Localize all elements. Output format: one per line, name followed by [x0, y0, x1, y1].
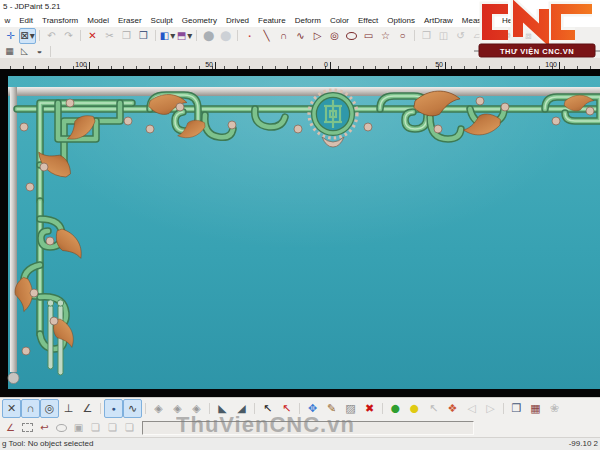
- menu-item-feature[interactable]: Feature: [254, 16, 291, 25]
- node-snap-icon[interactable]: ∿: [123, 399, 142, 418]
- star-tool-icon[interactable]: ☆: [377, 28, 394, 44]
- redo-icon[interactable]: ↷: [60, 28, 77, 44]
- sheet-manager-icon[interactable]: ▦: [2, 44, 17, 58]
- shield-a-icon[interactable]: ⬤: [200, 28, 217, 44]
- toolbar-separator: [503, 403, 504, 414]
- model-view-icon[interactable]: ⬒▾: [176, 28, 193, 44]
- thuviencnc-logo: THƯ VIỆN CNC.VN: [474, 0, 600, 59]
- cursor-disabled-icon[interactable]: ↖: [424, 399, 443, 418]
- menu-item-edit[interactable]: Edit: [15, 16, 38, 25]
- array-copy-icon[interactable]: ❐: [418, 28, 435, 44]
- line-tool-icon[interactable]: ╲: [258, 28, 275, 44]
- viewport-bottom-edge: [0, 389, 600, 397]
- toolbar-separator: [39, 30, 40, 41]
- arc-snap-icon[interactable]: ∩: [21, 399, 40, 418]
- select-tool-icon[interactable]: ⊠▾: [19, 28, 36, 44]
- status-bar: g Tool: No object selected -99.10 2: [0, 437, 600, 450]
- edit-points-icon[interactable]: ✎: [322, 399, 341, 418]
- toolbar-separator: [80, 30, 81, 41]
- ruler-label: 50: [205, 61, 213, 68]
- circle-center-tool-icon[interactable]: ◎: [326, 28, 343, 44]
- delete-all-icon[interactable]: ✖: [360, 399, 379, 418]
- move-tool-icon[interactable]: ✛: [2, 28, 19, 44]
- shield-b-icon[interactable]: ⬤: [217, 28, 234, 44]
- fillet-tool-icon[interactable]: ↩: [36, 419, 53, 436]
- palette-grid-icon[interactable]: ❖: [443, 399, 462, 418]
- point-tool-icon[interactable]: ▪: [241, 28, 258, 44]
- grid-snap-3-icon[interactable]: ◈: [187, 399, 206, 418]
- snap-toolbar: ✕∩◎⊥∠●∿◈◈◈◣◢↖↖✥✎▨✖⬤⬤↖❖◁▷❒▦❀: [0, 397, 600, 420]
- panel-left-rail: [10, 87, 17, 372]
- ruler-label: 0: [324, 61, 328, 68]
- pair-copy-2-icon[interactable]: ❏: [104, 419, 121, 436]
- pick-add-cursor-icon[interactable]: ↖: [258, 399, 277, 418]
- intersection-snap-icon[interactable]: ✕: [2, 399, 21, 418]
- workplane-yz-icon[interactable]: ◢: [232, 399, 251, 418]
- arc-tool-icon[interactable]: ∩: [275, 28, 292, 44]
- copy-icon[interactable]: ❐: [118, 28, 135, 44]
- logo-banner-text: THƯ VIỆN CNC.VN: [500, 47, 574, 56]
- chamfer-tool-icon[interactable]: ∠: [2, 419, 19, 436]
- nudge-left-icon[interactable]: ◁: [462, 399, 481, 418]
- menu-item-options[interactable]: Options: [383, 16, 420, 25]
- light-yellow-icon[interactable]: ⬤: [405, 399, 424, 418]
- light-green-icon[interactable]: ⬤: [386, 399, 405, 418]
- transform-copy-icon[interactable]: ✥: [303, 399, 322, 418]
- menu-item-drived[interactable]: Drived: [221, 16, 253, 25]
- clipboard-icon[interactable]: ❒: [507, 399, 526, 418]
- grid-snap-1-icon[interactable]: ◈: [149, 399, 168, 418]
- menu-item-artdraw[interactable]: ArtDraw: [419, 16, 457, 25]
- edit-toolbar: ∠↩▣❏❏❏: [0, 418, 600, 437]
- paste-icon[interactable]: ❒: [135, 28, 152, 44]
- toolbar-separator: [209, 403, 210, 414]
- surface-mode-icon[interactable]: ◧▾: [159, 28, 176, 44]
- left-rail-knob: [8, 373, 19, 384]
- menu-item-geometry[interactable]: Geometry: [177, 16, 221, 25]
- nudge-right-icon[interactable]: ▷: [481, 399, 500, 418]
- menu-item-w[interactable]: w: [0, 16, 15, 25]
- pair-copy-1-icon[interactable]: ❏: [87, 419, 104, 436]
- curve-tool-icon[interactable]: ∿: [292, 28, 309, 44]
- menu-item-effect[interactable]: Effect: [354, 16, 383, 25]
- circle-tool-icon[interactable]: ○: [394, 28, 411, 44]
- menu-item-sculpt[interactable]: Sculpt: [146, 16, 177, 25]
- cut-icon[interactable]: ✂: [101, 28, 118, 44]
- toolbar-separator: [254, 403, 255, 414]
- rotate-copy-icon[interactable]: ↺: [452, 28, 469, 44]
- workplane-xy-icon[interactable]: ◣: [213, 399, 232, 418]
- ruler-major-tick: [215, 62, 216, 69]
- perpendicular-snap-icon[interactable]: ⊥: [59, 399, 78, 418]
- center-snap-icon[interactable]: ◎: [40, 399, 59, 418]
- ruler-label: 100: [545, 61, 557, 68]
- menu-item-eraser[interactable]: Eraser: [114, 16, 147, 25]
- toolbar-separator: [100, 403, 101, 414]
- menu-item-model[interactable]: Model: [83, 16, 114, 25]
- midpoint-snap-icon[interactable]: ●: [104, 399, 123, 418]
- menu-item-deform[interactable]: Deform: [290, 16, 325, 25]
- ruler-major-tick: [559, 62, 560, 69]
- mirror-icon[interactable]: ◫: [435, 28, 452, 44]
- toolbar-separator: [50, 46, 51, 57]
- marquee-tool-icon[interactable]: [19, 419, 36, 436]
- delete-icon[interactable]: ✕: [84, 28, 101, 44]
- oval-ghost-icon[interactable]: [53, 419, 70, 436]
- measure-balloon-icon[interactable]: ◒: [32, 44, 47, 58]
- grid-snap-2-icon[interactable]: ◈: [168, 399, 187, 418]
- rect-tool-icon[interactable]: ▭: [360, 28, 377, 44]
- menu-item-transform[interactable]: Transform: [38, 16, 83, 25]
- tangent-snap-icon[interactable]: ∠: [78, 399, 97, 418]
- frame-ghost-icon[interactable]: ▣: [70, 419, 87, 436]
- ellipse-tool-icon[interactable]: [343, 28, 360, 44]
- undo-icon[interactable]: ↶: [43, 28, 60, 44]
- menu-item-color[interactable]: Color: [325, 16, 353, 25]
- viewport-canvas[interactable]: .od{fill:none;stroke:#3E7A52;stroke-widt…: [0, 69, 600, 397]
- pick-remove-cursor-icon[interactable]: ↖: [277, 399, 296, 418]
- polygon-tool-icon[interactable]: ▷: [309, 28, 326, 44]
- data-table-icon[interactable]: ▦: [526, 399, 545, 418]
- pair-copy-3-icon[interactable]: ❏: [121, 419, 138, 436]
- edit-toolbar-icons: ∠↩▣❏❏❏: [2, 419, 138, 436]
- snap-grid-small-icon[interactable]: ▨: [341, 399, 360, 418]
- render-options-icon[interactable]: ❀: [545, 399, 564, 418]
- angle-ruler-icon[interactable]: ◺: [17, 44, 32, 58]
- pendant-rod: [48, 305, 53, 369]
